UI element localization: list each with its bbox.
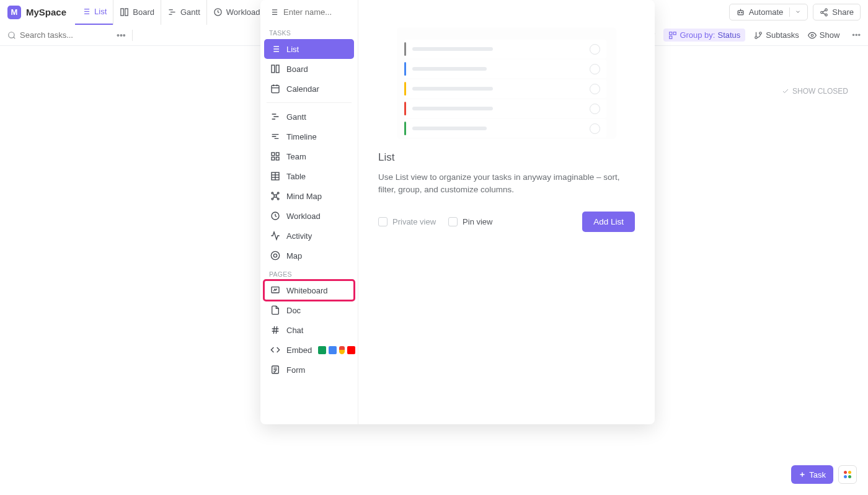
svg-point-29 <box>755 36 758 38</box>
svg-rect-7 <box>125 9 128 16</box>
toolbar-right: Filter Group by: Status Subtasks Show ••… <box>625 29 861 42</box>
svg-rect-26 <box>670 36 672 38</box>
view-type-mindmap[interactable]: Mind Map <box>264 186 354 206</box>
svg-rect-25 <box>674 32 676 34</box>
view-type-calendar[interactable]: Calendar <box>264 79 354 99</box>
svg-point-64 <box>272 192 273 194</box>
preview-title: List <box>378 151 635 164</box>
view-type-label: Form <box>286 365 305 375</box>
view-type-whiteboard[interactable]: Whiteboard <box>264 280 354 300</box>
automate-button[interactable]: Automate <box>729 4 808 20</box>
view-tab-label: Gantt <box>180 7 200 17</box>
gantt-icon <box>270 112 280 122</box>
show-label: Show <box>820 30 840 40</box>
view-type-activity[interactable]: Activity <box>264 226 354 246</box>
view-type-label: Doc <box>286 306 301 315</box>
svg-point-30 <box>811 34 813 37</box>
eye-icon <box>808 31 817 40</box>
share-button[interactable]: Share <box>813 4 861 20</box>
list-icon <box>81 7 91 16</box>
svg-point-14 <box>741 12 742 13</box>
view-tab-list[interactable]: List <box>75 0 113 25</box>
view-type-label: Embed <box>286 346 312 355</box>
add-list-button[interactable]: Add List <box>582 212 635 232</box>
view-type-label: Gantt <box>286 112 306 122</box>
private-view-checkbox[interactable] <box>378 217 388 226</box>
subtasks-icon <box>754 31 763 40</box>
svg-point-16 <box>825 9 828 11</box>
map-icon <box>270 251 280 261</box>
pages-section-label: PAGES <box>260 265 358 280</box>
private-view-label: Private view <box>392 217 436 226</box>
view-type-doc[interactable]: Doc <box>264 300 354 320</box>
tasks-section-label: TASKS <box>260 24 358 39</box>
task-label: Task <box>809 470 826 479</box>
space-name[interactable]: MySpace <box>26 7 66 17</box>
apps-button[interactable] <box>838 465 857 484</box>
svg-line-68 <box>273 194 274 195</box>
pin-view-label: Pin view <box>463 217 492 226</box>
view-type-label: Map <box>286 251 302 261</box>
svg-line-69 <box>276 194 277 195</box>
more-icon[interactable]: ••• <box>117 30 126 40</box>
view-type-map[interactable]: Map <box>264 246 354 265</box>
new-task-button[interactable]: Task <box>791 465 833 484</box>
view-name-field[interactable] <box>260 0 358 24</box>
view-name-input[interactable] <box>283 7 345 17</box>
show-closed-link[interactable]: SHOW CLOSED <box>782 87 848 96</box>
view-preview-panel: List Use List view to organize your task… <box>358 0 655 424</box>
view-type-chat[interactable]: Chat <box>264 320 354 340</box>
show-button[interactable]: Show <box>808 30 840 40</box>
view-type-timeline[interactable]: Timeline <box>264 127 354 146</box>
view-type-label: Board <box>286 65 308 74</box>
group-by-chip[interactable]: Group by: Status <box>663 29 745 42</box>
workload-icon <box>270 211 280 221</box>
check-icon <box>782 87 789 95</box>
hash-icon <box>270 325 280 335</box>
preview-footer: Private view Pin view Add List <box>378 212 635 232</box>
code-icon <box>270 345 280 355</box>
svg-line-22 <box>14 37 16 38</box>
view-type-form[interactable]: Form <box>264 360 354 380</box>
pin-view-checkbox[interactable] <box>448 217 458 226</box>
view-type-board[interactable]: Board <box>264 59 354 79</box>
form-icon <box>270 365 280 375</box>
view-type-workload[interactable]: Workload <box>264 206 354 226</box>
space-avatar[interactable]: M <box>7 6 21 19</box>
view-type-embed[interactable]: Embed <box>264 340 354 360</box>
svg-rect-6 <box>121 9 123 16</box>
svg-point-73 <box>271 251 279 259</box>
svg-line-78 <box>273 326 274 334</box>
subtasks-button[interactable]: Subtasks <box>754 30 799 40</box>
whiteboard-icon <box>270 285 280 295</box>
view-type-label: Timeline <box>286 132 317 141</box>
view-tab-label: Workload <box>226 7 260 17</box>
view-tab-board[interactable]: Board <box>113 0 161 25</box>
svg-point-28 <box>760 32 762 34</box>
view-type-label: Mind Map <box>286 192 322 201</box>
mindmap-icon <box>270 191 280 201</box>
board-icon <box>120 7 129 17</box>
view-type-table[interactable]: Table <box>264 166 354 186</box>
show-closed-label: SHOW CLOSED <box>792 87 848 96</box>
view-type-gantt[interactable]: Gantt <box>264 107 354 127</box>
view-type-list[interactable]: List <box>264 39 354 59</box>
search-wrap[interactable] <box>7 30 113 40</box>
doc-icon <box>270 305 280 315</box>
calendar-icon <box>270 84 280 94</box>
view-tab-label: List <box>94 7 107 16</box>
toolbar-more-icon[interactable]: ••• <box>852 30 861 40</box>
apps-icon <box>844 471 851 478</box>
view-tab-workload[interactable]: Workload <box>206 0 267 25</box>
view-type-label: Table <box>286 172 306 181</box>
preview-description: Use List view to organize your tasks in … <box>378 171 635 197</box>
view-tab-gantt[interactable]: Gantt <box>161 0 206 25</box>
view-picker-popover: TASKS List Board Calendar Gantt <box>260 0 655 424</box>
view-tabs: List Board Gantt Workload <box>75 0 266 25</box>
share-label: Share <box>832 7 854 17</box>
view-type-label: Chat <box>286 326 303 335</box>
chevron-down-icon[interactable] <box>789 7 801 17</box>
view-type-team[interactable]: Team <box>264 146 354 166</box>
search-input[interactable] <box>20 30 94 40</box>
svg-line-20 <box>823 12 825 14</box>
